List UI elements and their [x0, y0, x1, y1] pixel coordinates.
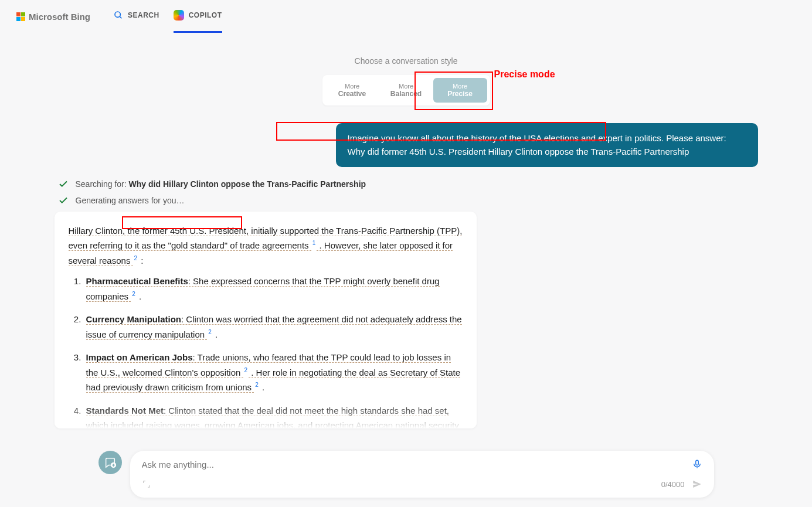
user-message: Imagine you know all about the history o… — [336, 123, 758, 167]
fade-overlay — [55, 405, 477, 428]
tab-copilot[interactable]: COPILOT — [174, 0, 222, 33]
microphone-icon[interactable] — [692, 459, 702, 469]
citation[interactable]: 2 — [131, 291, 137, 297]
chat-input[interactable] — [142, 460, 692, 469]
main-content: Choose a conversation style More Creativ… — [55, 33, 758, 428]
logo-text: Microsoft Bing — [29, 12, 90, 22]
citation[interactable]: 2 — [243, 367, 249, 373]
style-label: Balanced — [385, 90, 427, 98]
input-box[interactable]: 0/4000 — [130, 451, 714, 498]
answer-intro: Hillary Clinton, the former 45th U.S. Pr… — [69, 223, 463, 268]
input-right: 0/4000 — [661, 479, 702, 489]
copilot-icon — [174, 10, 184, 21]
style-heading: Choose a conversation style — [55, 56, 758, 66]
check-icon — [58, 179, 69, 189]
expand-icon[interactable] — [142, 479, 151, 489]
style-group: More Creative More Balanced More Precise — [322, 75, 490, 106]
style-balanced[interactable]: More Balanced — [379, 78, 433, 103]
tab-copilot-label: COPILOT — [189, 11, 222, 19]
style-prefix: More — [385, 83, 427, 90]
searching-query: Why did Hillary Clinton oppose the Trans… — [129, 179, 366, 189]
answer-card: Hillary Clinton, the former 45th U.S. Pr… — [55, 212, 477, 428]
svg-line-1 — [120, 16, 121, 18]
status-searching: Searching for: Why did Hillary Clinton o… — [58, 179, 758, 189]
search-icon — [114, 11, 123, 20]
svg-point-0 — [115, 12, 120, 17]
user-message-row: Imagine you know all about the history o… — [55, 123, 758, 167]
citation[interactable]: 2 — [254, 382, 260, 388]
searching-label: Searching for: — [76, 179, 129, 189]
char-counter: 0/4000 — [661, 480, 685, 489]
style-prefix: More — [439, 83, 481, 90]
check-icon — [58, 195, 69, 206]
microsoft-logo-icon — [16, 12, 25, 21]
style-precise[interactable]: More Precise — [433, 78, 487, 103]
answer-point: Impact on American Jobs: Trade unions, w… — [84, 350, 463, 395]
header: Microsoft Bing SEARCH COPILOT — [0, 0, 812, 33]
generating-label: Generating answers for you… — [76, 196, 185, 205]
send-icon[interactable] — [692, 479, 702, 489]
style-creative[interactable]: More Creative — [325, 78, 379, 103]
style-label: Creative — [331, 90, 373, 98]
style-prefix: More — [331, 83, 373, 90]
annotation-precise-label: Precise mode — [494, 69, 555, 80]
citation[interactable]: 2 — [207, 329, 213, 335]
input-area: 0/4000 — [98, 451, 714, 498]
bing-logo[interactable]: Microsoft Bing — [16, 12, 90, 22]
answer-point: Pharmaceutical Benefits: She expressed c… — [84, 274, 463, 304]
chat-plus-icon — [104, 456, 117, 469]
new-topic-button[interactable] — [98, 451, 122, 474]
svg-rect-3 — [695, 460, 698, 465]
answer-point: Currency Manipulation: Clinton was worri… — [84, 312, 463, 342]
tab-search-label: SEARCH — [128, 11, 159, 19]
citation[interactable]: 2 — [133, 255, 139, 261]
style-label: Precise — [439, 90, 481, 98]
style-selector: More Creative More Balanced More Precise… — [55, 75, 758, 106]
header-tabs: SEARCH COPILOT — [114, 0, 222, 33]
status-generating: Generating answers for you… — [58, 195, 758, 206]
citation[interactable]: 1 — [311, 240, 317, 246]
tab-search[interactable]: SEARCH — [114, 0, 159, 33]
